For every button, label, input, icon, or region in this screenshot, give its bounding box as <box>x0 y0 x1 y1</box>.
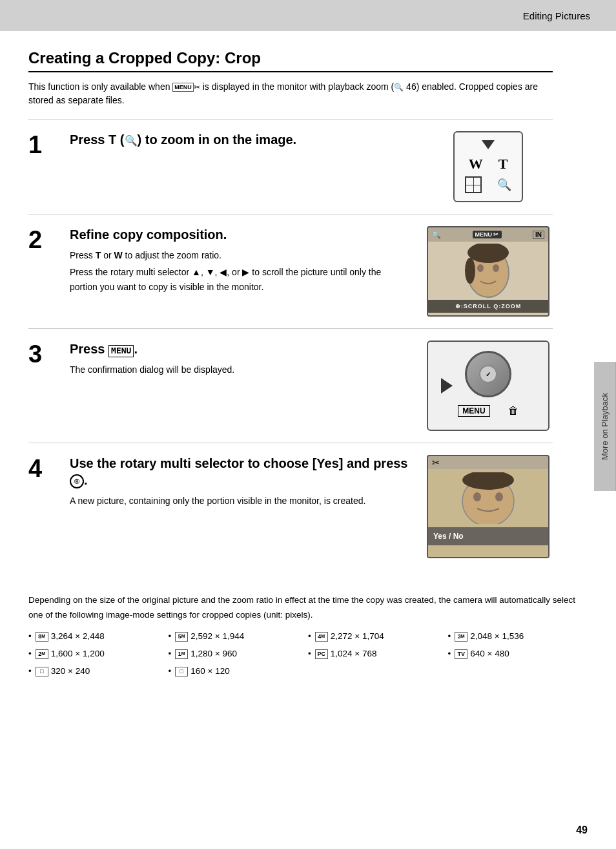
pixel-item-8: • TV 640 × 480 <box>448 647 588 662</box>
step-2-row: 2 Refine copy composition. Press T or W … <box>28 214 553 328</box>
menu-keyword: MENU <box>108 345 134 357</box>
multi-selector: ✓ <box>462 348 514 400</box>
pixel-value-10: 160 × 120 <box>190 664 229 679</box>
pixel-item-empty2 <box>448 664 588 679</box>
search-zoom-icon: 🔍 <box>497 178 511 192</box>
pixel-icon-3m: 3M <box>455 632 467 642</box>
step-1-diagram: W T 🔍 <box>453 131 523 202</box>
menu-icon: MENU <box>172 83 194 92</box>
step-2-screen: 🔍 MENU ✂ IN <box>427 226 549 317</box>
screen-bottom-bar: ⊕:SCROLL Q:ZOOM <box>428 300 548 313</box>
page-number: 49 <box>576 824 588 836</box>
pixel-icon-1m: 1M <box>175 649 188 659</box>
pixel-value-1: 3,264 × 2,448 <box>51 629 105 644</box>
svg-point-4 <box>465 258 475 284</box>
step-2-desc2: Press the rotary multi selector ▲, ▼, ◀,… <box>70 265 411 294</box>
w-button-label: W <box>469 156 483 173</box>
screen-face-area <box>428 242 548 300</box>
pixel-item-10: • □ 160 × 120 <box>169 664 309 679</box>
screen-top-bar: 🔍 MENU ✂ IN <box>428 227 548 242</box>
pixel-value-6: 1,280 × 960 <box>190 647 237 662</box>
pixel-item-9: • □ 320 × 240 <box>28 664 169 679</box>
step-1-image: W T 🔍 <box>424 131 553 202</box>
t-button-label: T <box>498 156 508 173</box>
pixel-icon-4m: 4M <box>315 632 328 642</box>
step-4-desc: A new picture, containing only the porti… <box>70 494 411 508</box>
sidebar-label: More on Playback <box>600 393 610 460</box>
pixel-icon-8m: 8M <box>36 632 48 642</box>
svg-point-1 <box>477 264 484 272</box>
step-4-screen: ✂ Yes / No <box>427 455 549 558</box>
main-content: Creating a Cropped Copy: Crop This funct… <box>0 31 581 583</box>
svg-point-6 <box>473 492 481 501</box>
pixel-icon-320: □ <box>36 667 48 676</box>
arrow-down-icon <box>482 140 495 149</box>
step-2-desc1: Press T or W to adjust the zoom ratio. <box>70 248 411 262</box>
step-3-title: Press MENU. <box>70 341 411 357</box>
header-title: Editing Pictures <box>523 10 590 21</box>
step-1-row: 1 Press T (🔍) to zoom in on the image. W… <box>28 119 553 214</box>
crop-face-area <box>428 469 548 527</box>
menu-row-icons: MENU 🗑 <box>458 405 518 417</box>
step-4-content: Use the rotary multi selector to choose … <box>70 455 411 510</box>
crop-top-bar: ✂ <box>428 456 548 469</box>
btn-row-bottom: 🔍 <box>465 176 511 193</box>
pixel-value-3: 2,272 × 1,704 <box>331 629 384 644</box>
step-1-title: Press T (🔍) to zoom in on the image. <box>70 131 411 148</box>
crop-face-lower <box>428 545 548 558</box>
step-2-content: Refine copy composition. Press T or W to… <box>70 226 411 297</box>
pixel-icon-160: □ <box>175 667 188 676</box>
menu-text-label: MENU <box>458 405 489 417</box>
pixel-icon-pc: PC <box>315 649 328 659</box>
crop-face-svg <box>446 472 530 524</box>
grid-icon <box>465 176 482 193</box>
pixel-item-1: • 8M 3,264 × 2,448 <box>28 629 169 644</box>
pixel-item-5: • 2M 1,600 × 1,200 <box>28 647 169 662</box>
pixel-item-7: • PC 1,024 × 768 <box>308 647 448 662</box>
page-header: Editing Pictures <box>0 0 616 31</box>
step-4-title: Use the rotary multi selector to choose … <box>70 455 411 488</box>
pixel-list: • 8M 3,264 × 2,448 • 5M 2,592 × 1,944 • … <box>28 629 588 679</box>
step-1-content: Press T (🔍) to zoom in on the image. <box>70 131 411 153</box>
pixel-value-4: 2,048 × 1,536 <box>470 629 524 644</box>
pixel-icon-tv: TV <box>455 649 467 659</box>
btn-row: W T <box>469 156 508 173</box>
step-2-number: 2 <box>28 227 57 252</box>
pixel-item-3: • 4M 2,272 × 1,704 <box>308 629 448 644</box>
step-3-row: 3 Press MENU. The confirmation dialog wi… <box>28 328 553 443</box>
screen-menu-icon: MENU ✂ <box>473 231 502 238</box>
step-2-image: 🔍 MENU ✂ IN <box>424 226 553 317</box>
pixel-item-4: • 3M 2,048 × 1,536 <box>448 629 588 644</box>
step-3-desc: The confirmation dialog will be displaye… <box>70 362 411 377</box>
intro-text: This function is only available when MEN… <box>28 80 553 107</box>
pixel-item-empty1 <box>308 664 448 679</box>
step-1-number: 1 <box>28 132 57 157</box>
svg-point-2 <box>493 264 499 272</box>
step-4-number: 4 <box>28 456 57 481</box>
svg-point-7 <box>495 492 503 501</box>
crop-overlay-bar: Yes / No <box>428 527 548 545</box>
scissors-icon: ✂ <box>432 457 440 468</box>
pixel-value-5: 1,600 × 1,200 <box>51 647 105 662</box>
pixel-value-9: 320 × 240 <box>51 664 90 679</box>
pixel-icon-5m: 5M <box>175 632 188 642</box>
bottom-text: Depending on the size of the original pi… <box>28 593 588 623</box>
step-3-diagram: ✓ MENU 🗑 <box>427 341 549 431</box>
pixel-value-8: 640 × 480 <box>470 647 509 662</box>
trash-icon: 🗑 <box>508 405 518 417</box>
pixel-value-2: 2,592 × 1,944 <box>190 629 244 644</box>
arrow-right-icon <box>441 378 453 393</box>
face-svg <box>462 244 514 299</box>
step-2-title: Refine copy composition. <box>70 226 411 243</box>
pixel-value-7: 1,024 × 768 <box>331 647 377 662</box>
ok-button: ® <box>70 474 84 488</box>
screen-in-badge: IN <box>533 231 544 239</box>
pixel-icon-2m: 2M <box>36 649 48 659</box>
page-title: Creating a Cropped Copy: Crop <box>28 49 553 72</box>
step-4-row: 4 Use the rotary multi selector to choos… <box>28 443 553 570</box>
step-3-image: ✓ MENU 🗑 <box>424 341 553 431</box>
sidebar-tab: More on Playback <box>594 362 616 491</box>
step-3-content: Press MENU. The confirmation dialog will… <box>70 341 411 379</box>
pixel-item-2: • 5M 2,592 × 1,944 <box>169 629 309 644</box>
step-4-image: ✂ Yes / No <box>424 455 553 558</box>
